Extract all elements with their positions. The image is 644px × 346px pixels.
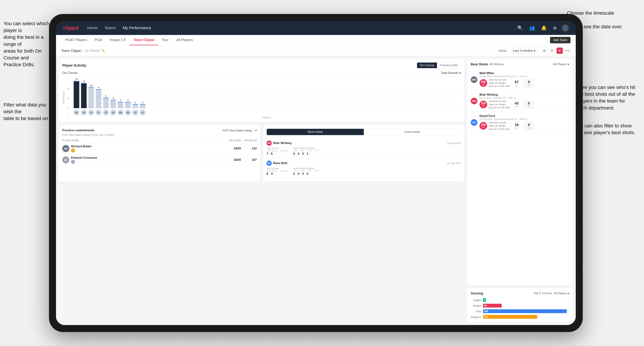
chevron-down-icon: ▾ [534, 49, 535, 53]
bar-group-6: 3 [118, 99, 123, 108]
rounds-values-2: 8 4 [266, 172, 288, 176]
tab-team-clippd[interactable]: Team Clippd [130, 35, 158, 45]
shot-avatar-df: DF [471, 119, 478, 126]
bar-9[interactable] [140, 104, 146, 108]
bar-group-4: 5 [103, 95, 109, 108]
tablet-device: clippd Home Teams My Performance 🔍 👥 🔔 ⊕… [49, 14, 583, 332]
col-player-name: PLAYER NAME [62, 139, 225, 142]
time-filter-dropdown[interactable]: Last 3 months ▾ [511, 48, 538, 53]
activity-card-header: Player Activity On Course Practice Drill… [62, 62, 461, 68]
list-view-btn[interactable]: ☰ [549, 47, 555, 54]
col-pb-avg: PB AVG SQ [243, 139, 257, 142]
shot-meta-3: 24 Aug 2023 · Royal North Devon GC · Hol… [480, 118, 566, 120]
activity-avatar-1: BM [266, 141, 272, 146]
score-val-2: 18/20 [227, 158, 241, 162]
table-header: PLAYER NAME PB SCORE PB AVG SQ [62, 138, 257, 143]
bar-6[interactable] [118, 102, 123, 108]
gtt-val-1: 0 [293, 152, 295, 156]
search-icon-btn[interactable]: 🔍 [516, 24, 524, 32]
bar-1[interactable] [81, 83, 86, 108]
bar-0[interactable] [74, 81, 79, 108]
bar-7[interactable] [125, 102, 131, 108]
chevron-right-icon-3: › [568, 120, 570, 124]
tab-tour[interactable]: Tour [158, 35, 172, 45]
shot-entry-3[interactable]: DF David Ford 24 Aug 2023 · Royal North … [471, 112, 570, 133]
bar-5[interactable] [110, 100, 116, 108]
edit-icon[interactable]: ✏️ [102, 49, 105, 52]
arg-val-1: 0 [302, 152, 304, 156]
nav-teams[interactable]: Teams [104, 26, 116, 30]
leaderboard-row-2[interactable]: EC Edward Crossman 2 18/20 107 [62, 154, 257, 166]
practice-sub-labels-1: GTT APP ARG PUTT [293, 150, 320, 152]
shot-entry-2[interactable]: BM Blair McHarg 23 Jul 2023 · Ashridge G… [471, 91, 570, 112]
left-panel: Player Activity On Course Practice Drill… [56, 56, 467, 325]
add-team-button[interactable]: Add Team [550, 37, 570, 43]
bar-3[interactable] [96, 89, 101, 108]
leaderboard-row-1[interactable]: RB Richard Butler 1 19/20 110 [62, 143, 257, 154]
bar-group-5: 4 [110, 97, 116, 108]
leaderboard-dropdown[interactable]: PUTT Must Make Putting ... ▾ [222, 129, 257, 132]
bogeys-bar: 311 [483, 315, 537, 319]
bar-group-8: 2 [132, 101, 138, 108]
player-avatar-bar-2: DF [88, 110, 94, 115]
main-content: Player Activity On Course Practice Drill… [56, 56, 576, 325]
bar-4[interactable] [103, 98, 109, 108]
practice-activities-label-2: Total Practice Activities [293, 167, 320, 170]
bar-2[interactable] [88, 87, 94, 108]
chart-section-title: On Course [62, 71, 78, 75]
activity-date-2: 02 Sep 2023 [447, 162, 461, 165]
chart-metric-dropdown[interactable]: Total Rounds ▾ [441, 71, 461, 75]
rank-badge-2: 2 [71, 160, 75, 164]
practice-sub-labels-2: GTT APP ARG PUTT [293, 170, 320, 172]
player-avatar-rb: RB [62, 145, 69, 152]
tab-all-players[interactable]: All Players [172, 35, 197, 45]
bars-container: 1312109543322 BMRBDFJCEEDBRBuMMECLR Play… [72, 77, 461, 119]
user-avatar[interactable]: 👤 [562, 24, 569, 31]
tab-hcaps[interactable]: Hcaps 1-5 [106, 35, 130, 45]
best-shots-title-group: Best Shots All Shots ▾ [471, 62, 504, 66]
nav-home[interactable]: Home [87, 26, 98, 30]
best-shots-title: Best Shots [471, 62, 488, 66]
avg-val-1: 110 [243, 147, 257, 150]
app-val-1: 0 [298, 152, 299, 156]
tab-pgat-players[interactable]: PGAT Players [61, 35, 91, 45]
shot-stat-remain-3: 0 yds [524, 121, 534, 130]
annotation-best-shots: Here you can see who's hit the best shot… [576, 84, 635, 111]
scoring-par-filter[interactable]: Par 3, 4 & 5s ▾ [534, 292, 552, 295]
scoring-row-pars: Pars 499 [471, 309, 570, 313]
chevron-right-icon-2: › [568, 99, 570, 103]
most-active-card: Most Active Least Active BM Blair McHarg… [263, 125, 464, 182]
putt-val-1: 1 [306, 152, 308, 156]
team-name-area: Team Clippd | 14 Players ✏️ [61, 49, 105, 53]
bar-8[interactable] [132, 104, 138, 108]
shot-badge-1: 200 SG [480, 79, 487, 87]
bell-icon-btn[interactable]: 🔔 [540, 24, 548, 32]
bar-group-2: 10 [88, 84, 94, 108]
bar-value-8: 2 [135, 101, 136, 104]
total-rounds-label-1: Total Rounds [266, 147, 288, 150]
scoring-title: Scoring [471, 292, 483, 295]
shot-detail-text-2: Shot Dist: 43 yds Start Lie: Rough End L… [489, 100, 510, 109]
heart-view-btn[interactable]: ♥ [556, 47, 563, 54]
x-axis-label: Players [72, 116, 461, 119]
col-pb-score: PB SCORE [227, 139, 241, 142]
users-icon-btn[interactable]: 👥 [528, 24, 536, 32]
practice-drills-toggle[interactable]: Practice Drills [437, 63, 461, 68]
scoring-players-filter[interactable]: All Players ▾ [554, 292, 570, 295]
shot-detail-text-3: Shot Dist: 16 yds Start Lie: Rough End L… [489, 121, 510, 131]
birdies-bar: 96 [483, 304, 502, 308]
least-active-tab[interactable]: Least Active [364, 129, 461, 135]
nav-my-performance[interactable]: My Performance [123, 26, 151, 30]
plus-icon-btn[interactable]: ⊕ [552, 24, 558, 32]
practice-val-2: 4 [271, 172, 272, 176]
player-count: 14 Players [85, 49, 100, 53]
shots-filter-dropdown[interactable]: All Shots ▾ [490, 63, 504, 66]
players-filter-dropdown[interactable]: All Players ▾ [553, 63, 570, 66]
tab-pga[interactable]: PGA [91, 35, 106, 45]
most-active-tab[interactable]: Most Active [267, 129, 364, 135]
shot-badge-2: 200 SG [480, 101, 487, 108]
grid-view-btn[interactable]: ⊞ [541, 47, 548, 54]
on-course-toggle[interactable]: On Course [417, 63, 437, 68]
filter-view-btn[interactable]: ⟺ [564, 47, 570, 54]
shot-entry-1[interactable]: MM Matt Miller 09 Jun 2023 · Royal North… [471, 69, 570, 91]
